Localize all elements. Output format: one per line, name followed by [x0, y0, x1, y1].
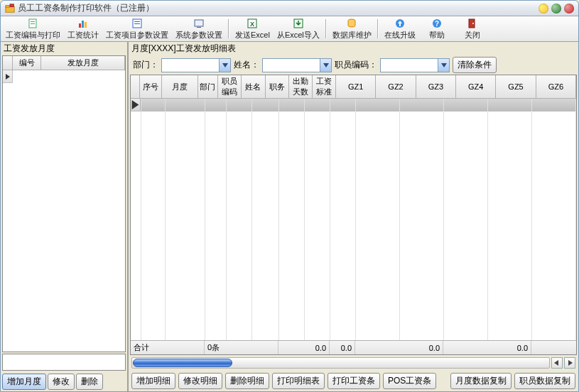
maximize-button[interactable] [551, 4, 561, 13]
chevron-down-icon[interactable] [320, 59, 331, 72]
toolbar-import-excel-button[interactable]: 从Excel导入 [274, 16, 323, 41]
detail-action-button[interactable]: 删除明细 [225, 373, 269, 389]
db-icon [346, 18, 357, 29]
empno-label: 职员编码： [335, 59, 377, 71]
svg-rect-12 [195, 20, 203, 26]
chevron-down-icon[interactable] [219, 59, 230, 72]
toolbar-label: 发送Excel [235, 30, 270, 40]
toolbar-separator [325, 19, 328, 38]
detail-action-button[interactable]: 修改明细 [178, 373, 222, 389]
detail-action-button[interactable]: 打印工资条 [328, 373, 380, 389]
toolbar-stats-button[interactable]: 工资统计 [64, 16, 102, 41]
month-grid[interactable]: 编号 发放月度 [2, 55, 126, 352]
scroll-thumb[interactable] [133, 359, 232, 367]
svg-point-22 [472, 23, 474, 24]
svg-rect-8 [85, 22, 87, 28]
toolbar-label: 从Excel导入 [277, 30, 320, 40]
summary-v4: 0.0 [443, 341, 531, 354]
detail-buttons: 增加明细修改明细删除明细打印明细表打印工资条POS工资条月度数据复制职员数据复制 [129, 371, 578, 391]
detail-action-button[interactable]: 增加明细 [131, 373, 175, 389]
col-header[interactable]: 职务 [266, 75, 289, 98]
clear-filter-button[interactable]: 清除条件 [453, 57, 497, 73]
toolbar-label: 在线升级 [384, 30, 416, 40]
toolbar-send-excel-button[interactable]: X发送Excel [232, 16, 274, 41]
window-title: 员工工资条制作打印软件（已注册） [18, 2, 536, 14]
name-input[interactable] [263, 59, 320, 72]
toolbar-help-button[interactable]: ?帮助 [419, 16, 455, 41]
detail-grid-body[interactable] [131, 99, 576, 340]
dept-combo[interactable] [161, 58, 231, 72]
col-header[interactable]: 职员编码 [218, 75, 242, 98]
import-excel-icon [293, 18, 304, 29]
col-header[interactable]: 姓名 [242, 75, 266, 98]
col-header[interactable]: GZ5 [496, 75, 536, 98]
upgrade-icon [394, 18, 406, 29]
col-header[interactable]: 出勤天数 [289, 75, 313, 98]
add-month-button[interactable]: 增加月度 [2, 374, 46, 390]
col-header[interactable]: GZ4 [456, 75, 496, 98]
empno-input[interactable] [381, 59, 438, 72]
summary-bar: 合计0条0.00.00.00.0 [131, 340, 576, 354]
col-header[interactable]: 序号 [140, 75, 162, 98]
month-grid-header: 编号 发放月度 [3, 56, 125, 70]
col-header[interactable]: GZ3 [416, 75, 456, 98]
stats-icon [77, 18, 89, 29]
close-icon [467, 18, 478, 29]
toolbar-close-button[interactable]: 关闭 [455, 16, 490, 41]
summary-v1: 0.0 [278, 341, 330, 354]
detail-action-button[interactable]: 月度数据复制 [450, 373, 512, 389]
detail-action-button[interactable]: POS工资条 [383, 373, 436, 389]
scroll-track[interactable] [131, 357, 550, 369]
month-grid-body[interactable] [3, 70, 125, 352]
detail-grid[interactable]: 序号月度部门职员编码姓名职务出勤天数工资标准GZ1GZ2GZ3GZ4GZ5GZ6… [130, 75, 577, 355]
main-toolbar: 工资编辑与打印工资统计工资项目参数设置系统参数设置X发送Excel从Excel导… [1, 16, 578, 42]
left-panel: 工资发放月度 编号 发放月度 增加月度 修改 删除 [1, 42, 129, 391]
detail-action-button[interactable]: 职员数据复制 [514, 373, 575, 389]
col-header[interactable]: GZ6 [536, 75, 576, 98]
col-header[interactable]: GZ1 [336, 75, 376, 98]
month-summary-box [2, 354, 126, 371]
detail-action-button[interactable]: 打印明细表 [272, 373, 325, 389]
selected-row [131, 99, 576, 111]
row-indicator-icon [131, 99, 141, 111]
dept-label: 部门： [133, 59, 158, 71]
delete-month-button[interactable]: 删除 [76, 374, 103, 390]
scroll-left-icon[interactable] [551, 357, 563, 369]
empno-combo[interactable] [380, 58, 450, 72]
param-icon [131, 18, 143, 29]
toolbar-separator [227, 19, 230, 38]
toolbar-label: 关闭 [465, 30, 480, 40]
summary-v3: 0.0 [355, 341, 443, 354]
chevron-down-icon[interactable] [438, 59, 449, 72]
toolbar-sys-button[interactable]: 系统参数设置 [172, 16, 226, 41]
svg-rect-13 [197, 27, 201, 28]
scroll-right-icon[interactable] [564, 357, 575, 369]
name-label: 姓名： [234, 59, 259, 71]
svg-rect-5 [31, 23, 35, 24]
horizontal-scrollbar[interactable] [130, 356, 577, 369]
col-month[interactable]: 发放月度 [41, 56, 125, 70]
svg-rect-11 [134, 23, 140, 24]
summary-count: 0条 [205, 341, 278, 354]
col-header[interactable]: GZ2 [376, 75, 416, 98]
summary-label: 合计 [131, 341, 205, 354]
toolbar-db-button[interactable]: 数据库维护 [329, 16, 375, 41]
toolbar-edit-print-button[interactable]: 工资编辑与打印 [2, 16, 64, 41]
left-panel-title: 工资发放月度 [1, 42, 127, 55]
toolbar-param-button[interactable]: 工资项目参数设置 [102, 16, 172, 41]
col-number[interactable]: 编号 [13, 56, 41, 70]
app-window: 员工工资条制作打印软件（已注册） 工资编辑与打印工资统计工资项目参数设置系统参数… [0, 0, 579, 392]
col-header[interactable]: 工资标准 [313, 75, 336, 98]
toolbar-separator [377, 19, 379, 38]
toolbar-upgrade-button[interactable]: 在线升级 [381, 16, 419, 41]
right-panel: 月度[XXXX]工资发放明细表 部门： 姓名： 职员编码： 清除条件 序号月度部… [129, 42, 578, 391]
dept-input[interactable] [162, 59, 219, 72]
col-header[interactable]: 部门 [198, 75, 218, 98]
edit-month-button[interactable]: 修改 [48, 374, 75, 390]
svg-rect-2 [10, 4, 13, 6]
minimize-button[interactable] [539, 4, 548, 13]
col-header[interactable]: 月度 [162, 75, 198, 98]
close-window-button[interactable] [564, 4, 574, 13]
svg-rect-6 [79, 23, 81, 28]
name-combo[interactable] [262, 58, 332, 72]
